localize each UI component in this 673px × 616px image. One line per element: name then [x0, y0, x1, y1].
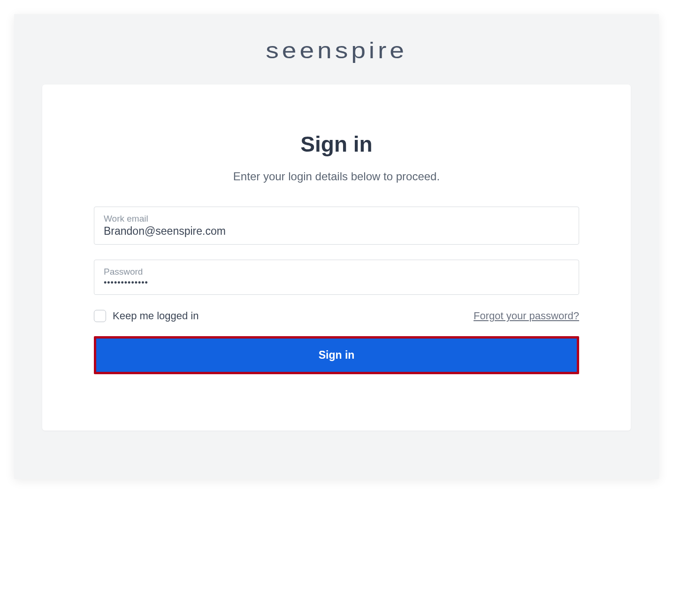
signin-button[interactable]: Sign in [96, 339, 577, 372]
keep-logged-checkbox[interactable] [94, 310, 106, 322]
keep-logged-wrap[interactable]: Keep me logged in [94, 310, 199, 322]
email-label: Work email [104, 214, 569, 224]
page-title: Sign in [94, 131, 579, 157]
brand-logo: seenspire [266, 38, 407, 63]
email-input[interactable] [104, 225, 569, 238]
signin-card: Sign in Enter your login details below t… [42, 85, 631, 431]
page-subtitle: Enter your login details below to procee… [94, 170, 579, 183]
options-row: Keep me logged in Forgot your password? [94, 310, 579, 322]
password-label: Password [104, 267, 569, 277]
page-container: seenspire Sign in Enter your login detai… [14, 14, 659, 479]
forgot-password-link[interactable]: Forgot your password? [474, 310, 579, 322]
submit-highlight: Sign in [94, 336, 579, 374]
keep-logged-label: Keep me logged in [113, 310, 199, 322]
logo-wrap: seenspire [42, 38, 631, 63]
password-field-wrap[interactable]: Password [94, 260, 579, 295]
email-field-wrap[interactable]: Work email [94, 207, 579, 245]
password-input[interactable] [104, 278, 569, 288]
